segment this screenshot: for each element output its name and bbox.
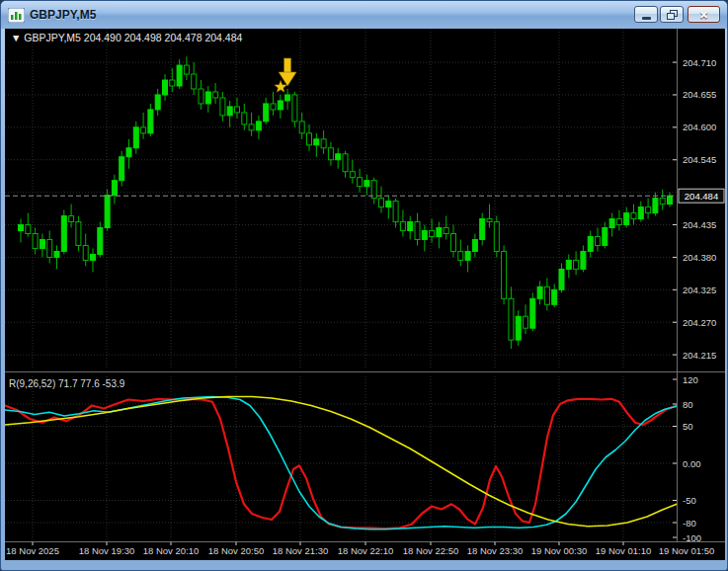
- candle-body: [574, 260, 579, 269]
- candle-body: [451, 234, 456, 252]
- candle-body: [494, 222, 499, 252]
- candle-body: [192, 74, 197, 89]
- candle-body: [465, 251, 470, 260]
- minimize-button[interactable]: [634, 6, 658, 23]
- price-axis-label: 204.655: [683, 89, 716, 100]
- candle-body: [271, 104, 276, 110]
- candle-body: [631, 213, 636, 219]
- candle-body: [358, 178, 363, 187]
- candle-body: [408, 222, 413, 231]
- minimize-icon: [642, 17, 651, 20]
- candle-body: [472, 239, 477, 251]
- candle-body: [69, 216, 74, 222]
- candle-body: [653, 199, 658, 213]
- candle-body: [668, 196, 673, 204]
- close-button[interactable]: ×: [688, 6, 720, 23]
- candle-body: [249, 124, 254, 130]
- candle-body: [170, 80, 175, 86]
- candle-body: [177, 65, 182, 86]
- candle-body: [220, 98, 225, 116]
- candle-body: [83, 245, 88, 260]
- candle-body: [54, 251, 59, 257]
- restore-button[interactable]: [660, 6, 684, 23]
- candle-body: [292, 95, 297, 122]
- candle-body: [422, 231, 427, 240]
- candle-body: [285, 95, 290, 101]
- indicator-axis-label: -100: [683, 532, 701, 543]
- candle-body: [660, 199, 665, 204]
- window-frame-bottom: [1, 558, 727, 570]
- time-axis-label: 18 Nov 20:50: [208, 545, 265, 556]
- indicator-axis-label: 0.00: [683, 458, 701, 469]
- candle-body: [98, 228, 103, 255]
- indicator-name-label: R(9,26,52) 71.7 77.6 -53.9: [9, 378, 125, 389]
- price-axis-label: 204.600: [683, 122, 716, 132]
- candle-body: [307, 133, 312, 145]
- price-chart[interactable]: 204.710204.655204.600204.545204.435204.3…: [5, 29, 725, 560]
- candle-body: [199, 89, 203, 104]
- candle-body: [141, 127, 146, 133]
- candle-body: [19, 225, 24, 231]
- window-title: GBPJPY,M5: [30, 8, 96, 22]
- time-axis-label: 18 Nov 22:50: [403, 545, 459, 556]
- candle-body: [163, 80, 168, 95]
- candle-body: [537, 286, 542, 298]
- candle-body: [213, 92, 218, 98]
- time-axis-label: 18 Nov 21:30: [273, 545, 329, 556]
- candle-body: [328, 148, 333, 160]
- candle-body: [364, 181, 369, 187]
- candle-body: [205, 92, 210, 104]
- candle-body: [105, 196, 110, 228]
- candle-body: [386, 202, 391, 207]
- indicator-axis-label: 120: [683, 374, 698, 385]
- candle-body: [458, 251, 463, 260]
- candle-body: [596, 236, 601, 245]
- candle-body: [544, 286, 549, 304]
- candle-body: [638, 207, 643, 219]
- candle-body: [299, 122, 304, 133]
- candle-body: [235, 107, 240, 113]
- candle-body: [581, 251, 586, 269]
- candle-body: [530, 298, 535, 328]
- candle-body: [26, 225, 31, 234]
- restore-icon: [667, 10, 678, 20]
- candle-body: [487, 219, 492, 222]
- time-axis-label: 19 Nov 01:50: [659, 545, 715, 556]
- candle-body: [444, 228, 448, 234]
- candle-body: [379, 199, 384, 207]
- time-axis-label: 19 Nov 01:10: [596, 545, 652, 556]
- price-axis-label: 204.710: [683, 57, 716, 68]
- candle-body: [415, 222, 420, 240]
- candle-body: [126, 148, 131, 157]
- candle-body: [264, 104, 269, 122]
- signal-arrow-icon: [284, 58, 291, 73]
- candle-body: [350, 172, 355, 178]
- price-axis-label: 204.270: [683, 317, 716, 328]
- candle-body: [133, 127, 138, 148]
- candle-body: [155, 95, 160, 110]
- chart-client-area: 204.710204.655204.600204.545204.435204.3…: [5, 29, 725, 560]
- price-axis-label: 204.325: [683, 285, 716, 295]
- price-axis-label: 204.380: [683, 252, 716, 263]
- candle-body: [112, 181, 117, 196]
- title-bar[interactable]: GBPJPY,M5 ×: [1, 1, 727, 29]
- candle-body: [321, 139, 326, 148]
- candle-body: [516, 316, 521, 340]
- candle-body: [603, 228, 607, 246]
- time-axis-label: 18 Nov 23:30: [467, 545, 524, 556]
- price-axis-label: 204.435: [683, 219, 716, 230]
- candle-body: [227, 107, 232, 116]
- candle-body: [314, 139, 319, 145]
- candle-body: [256, 122, 261, 130]
- candle-body: [278, 101, 283, 110]
- candle-body: [566, 260, 571, 269]
- time-axis-label: 18 Nov 19:30: [79, 545, 135, 556]
- candle-body: [552, 289, 557, 304]
- indicator-axis-label: 80: [683, 399, 693, 410]
- candle-body: [559, 269, 564, 289]
- candle-body: [148, 110, 153, 133]
- candle-body: [502, 251, 507, 298]
- indicator-axis-label: -50: [683, 495, 696, 506]
- candle-body: [616, 219, 621, 225]
- candle-body: [76, 222, 81, 246]
